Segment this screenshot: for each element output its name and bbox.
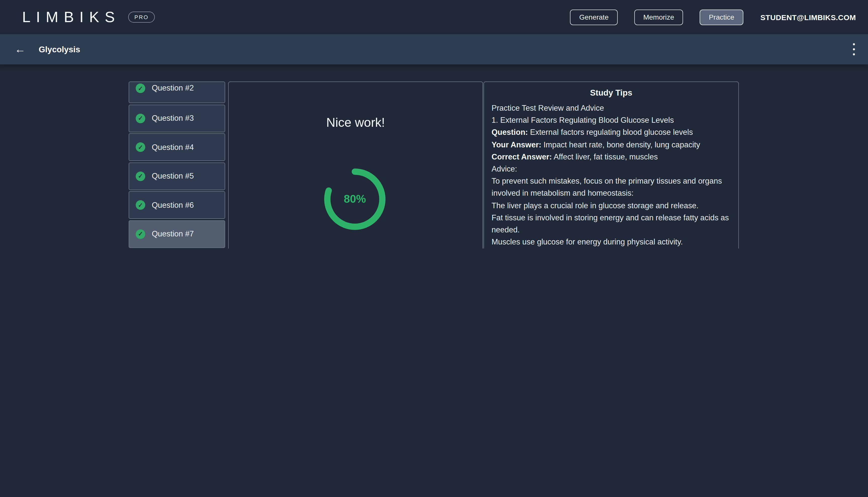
app-logo: LIMBIKS bbox=[22, 9, 120, 26]
header-nav: GenerateMemorizePractice bbox=[570, 9, 744, 25]
study-tips-body: Practice Test Review and Advice1. Extern… bbox=[491, 102, 731, 248]
results-heading: Nice work! bbox=[229, 115, 483, 130]
pro-badge: PRO bbox=[129, 12, 155, 23]
question-label: Question #7 bbox=[152, 229, 194, 239]
question-label: Question #4 bbox=[152, 143, 194, 152]
study-tips-panel[interactable]: Study Tips Practice Test Review and Advi… bbox=[484, 82, 739, 248]
check-circle-icon: ✓ bbox=[136, 229, 145, 239]
check-circle-icon: ✓ bbox=[136, 113, 145, 123]
nav-button-practice[interactable]: Practice bbox=[700, 9, 744, 25]
study-tip-bold-label: Your Answer: bbox=[491, 140, 541, 148]
score-donut-chart: 80% bbox=[324, 169, 385, 230]
deck-title: Glycolysis bbox=[39, 44, 80, 54]
top-header: LIMBIKS PRO GenerateMemorizePractice STU… bbox=[0, 0, 868, 34]
study-tip-line: Question: External factors regulating bl… bbox=[491, 127, 731, 139]
question-label: Question #6 bbox=[152, 200, 194, 210]
kebab-menu-icon[interactable] bbox=[851, 41, 857, 57]
sidebar-item-question-4[interactable]: ✓Question #4 bbox=[129, 133, 225, 161]
score-donut-label: 80% bbox=[324, 169, 385, 230]
sidebar-item-question-7[interactable]: ✓Question #7 bbox=[129, 220, 225, 248]
study-tip-line: Your Answer: Impact heart rate, bone den… bbox=[491, 139, 731, 151]
results-panel: Nice work! 80% Questions Correct:12Total… bbox=[228, 82, 483, 248]
study-tip-line: Advice: bbox=[491, 163, 731, 175]
app-window: LIMBIKS PRO GenerateMemorizePractice STU… bbox=[0, 0, 868, 248]
study-tip-line: Muscles use glucose for energy during ph… bbox=[491, 236, 731, 248]
question-label: Question #2 bbox=[152, 84, 194, 93]
study-tip-line: Practice Test Review and Advice bbox=[491, 102, 731, 114]
back-arrow-icon[interactable]: ← bbox=[15, 44, 26, 55]
question-label: Question #5 bbox=[152, 172, 194, 181]
sidebar-item-question-6[interactable]: ✓Question #6 bbox=[129, 191, 225, 219]
nav-button-memorize[interactable]: Memorize bbox=[634, 9, 683, 25]
study-tip-line: 1. External Factors Regulating Blood Glu… bbox=[491, 114, 731, 126]
check-circle-icon: ✓ bbox=[136, 171, 145, 181]
sidebar-item-question-2[interactable]: ✓Question #2 bbox=[129, 82, 225, 103]
question-list: ✓Question #2✓Question #3✓Question #4✓Que… bbox=[129, 82, 225, 248]
study-tip-bold-label: Question: bbox=[491, 128, 528, 137]
study-tip-line: Fat tissue is involved in storing energy… bbox=[491, 212, 731, 236]
study-tip-line: The liver plays a crucial role in glucos… bbox=[491, 199, 731, 212]
study-tips-title: Study Tips bbox=[491, 88, 731, 98]
study-tip-line: Review the role of these tissues in gluc… bbox=[491, 248, 731, 248]
study-tip-bold-label: Correct Answer: bbox=[491, 153, 552, 161]
sidebar-item-question-5[interactable]: ✓Question #5 bbox=[129, 162, 225, 190]
check-circle-icon: ✓ bbox=[136, 84, 145, 93]
question-label: Question #3 bbox=[152, 114, 194, 123]
study-tip-line: To prevent such mistakes, focus on the p… bbox=[491, 175, 731, 199]
deck-toolbar: ← Glycolysis bbox=[0, 34, 868, 65]
study-tip-line: Correct Answer: Affect liver, fat tissue… bbox=[491, 151, 731, 163]
check-circle-icon: ✓ bbox=[136, 200, 145, 210]
check-circle-icon: ✓ bbox=[136, 142, 145, 152]
nav-button-generate[interactable]: Generate bbox=[570, 9, 618, 25]
sidebar-item-question-3[interactable]: ✓Question #3 bbox=[129, 104, 225, 132]
user-email[interactable]: STUDENT@LIMBIKS.COM bbox=[761, 13, 856, 22]
